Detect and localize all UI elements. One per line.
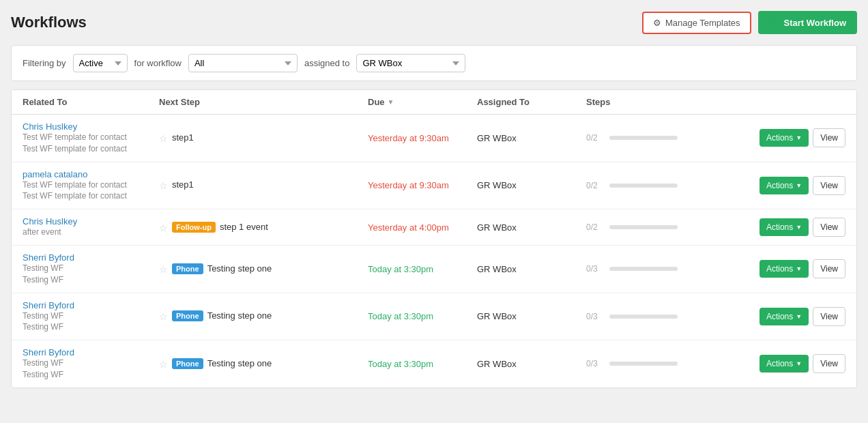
filtering-by-label: Filtering by <box>23 58 66 68</box>
assigned-to-cell: GR WBox <box>477 222 586 233</box>
table-row: Sherri ByfordTesting WFTesting WF☆PhoneT… <box>12 246 856 293</box>
assigned-to-label: assigned to <box>304 58 350 68</box>
actions-button[interactable]: Actions ▼ <box>760 308 809 325</box>
contact-name-link[interactable]: Chris Huslkey <box>23 121 159 132</box>
contact-name-link[interactable]: Sherri Byford <box>23 252 159 263</box>
due-cell: Yesterday at 4:00pm <box>368 222 477 233</box>
table-row: Sherri ByfordTesting WFTesting WF☆PhoneT… <box>12 293 856 341</box>
star-icon[interactable]: ☆ <box>159 311 168 322</box>
due-cell: Today at 3:30pm <box>368 359 477 369</box>
sub-text: Test WF template for contact <box>23 143 159 155</box>
assigned-to-cell: GR WBox <box>477 180 586 190</box>
sub-text: after event <box>23 227 159 238</box>
sub-text: Testing WF <box>23 358 159 369</box>
steps-cell: 0/3 <box>586 359 723 368</box>
assigned-to-cell: GR WBox <box>477 133 586 143</box>
next-step-cell: ☆PhoneTesting step one <box>159 310 368 322</box>
next-step-cell: ☆step1 <box>159 179 368 191</box>
star-icon[interactable]: ☆ <box>159 133 168 144</box>
sub-text: Test WF template for contact <box>23 179 159 191</box>
col-steps: Steps <box>586 97 723 107</box>
star-icon[interactable]: ☆ <box>159 222 168 233</box>
row-actions-cell: Actions ▼View <box>723 354 845 373</box>
actions-button[interactable]: Actions ▼ <box>760 177 809 194</box>
steps-counter: 0/3 <box>586 264 604 274</box>
next-step-text: Testing step one <box>207 358 272 368</box>
col-actions <box>723 97 845 107</box>
contact-name-link[interactable]: Sherri Byford <box>23 300 159 310</box>
actions-button[interactable]: Actions ▼ <box>760 218 809 236</box>
steps-cell: 0/3 <box>586 264 723 274</box>
progress-bar <box>609 362 678 366</box>
chevron-down-icon: ▼ <box>796 313 802 320</box>
assigned-to-filter-select[interactable]: GR WBox <box>356 54 465 72</box>
table-row: Chris Huslkeyafter event☆Follow-upstep 1… <box>12 209 856 246</box>
next-step-text: step 1 event <box>220 222 268 232</box>
workflow-filter-select[interactable]: All <box>188 54 298 72</box>
steps-cell: 0/3 <box>586 312 723 321</box>
next-step-text: Testing step one <box>207 310 272 321</box>
row-actions-cell: Actions ▼View <box>723 218 845 237</box>
table-row: Chris HuslkeyTest WF template for contac… <box>12 115 856 162</box>
sub-text: Testing WF <box>23 310 159 322</box>
sub-text: Test WF template for contact <box>23 190 159 202</box>
due-cell: Today at 3:30pm <box>368 264 477 274</box>
start-workflow-button[interactable]: + Start Workflow <box>758 11 858 34</box>
assigned-to-cell: GR WBox <box>477 264 586 274</box>
col-due[interactable]: Due ▼ <box>368 97 477 107</box>
view-button[interactable]: View <box>813 307 845 326</box>
steps-counter: 0/2 <box>586 181 604 190</box>
step-badge: Follow-up <box>172 222 216 233</box>
table-row: Sherri ByfordTesting WFTesting WF☆PhoneT… <box>12 340 856 388</box>
chevron-down-icon: ▼ <box>796 360 802 367</box>
view-button[interactable]: View <box>813 128 845 147</box>
sub-text: Testing WF <box>23 321 159 333</box>
star-icon[interactable]: ☆ <box>159 359 168 370</box>
view-button[interactable]: View <box>813 176 845 195</box>
status-filter-select[interactable]: Active Inactive All <box>73 54 128 72</box>
actions-button[interactable]: Actions ▼ <box>760 260 809 278</box>
row-actions-cell: Actions ▼View <box>723 176 845 195</box>
plus-circle-icon: + <box>769 17 780 28</box>
manage-templates-button[interactable]: ⚙ Manage Templates <box>642 12 751 34</box>
view-button[interactable]: View <box>813 354 845 373</box>
actions-button[interactable]: Actions ▼ <box>760 355 809 373</box>
chevron-down-icon: ▼ <box>796 134 802 141</box>
table-body: Chris HuslkeyTest WF template for contac… <box>12 115 856 388</box>
view-button[interactable]: View <box>813 218 845 237</box>
sub-text: Testing WF <box>23 369 159 381</box>
assigned-to-cell: GR WBox <box>477 359 586 369</box>
progress-bar <box>609 184 678 188</box>
sub-text: Testing WF <box>23 263 159 274</box>
page-header: Workflows ⚙ Manage Templates + Start Wor… <box>11 11 857 34</box>
steps-cell: 0/2 <box>586 222 723 232</box>
due-cell: Today at 3:30pm <box>368 311 477 321</box>
star-icon[interactable]: ☆ <box>159 180 168 191</box>
steps-counter: 0/3 <box>586 359 604 368</box>
step-badge: Phone <box>172 263 203 274</box>
chevron-down-icon: ▼ <box>796 224 802 231</box>
contact-name-link[interactable]: Chris Huslkey <box>23 216 159 227</box>
next-step-text: step1 <box>172 179 194 190</box>
contact-name-link[interactable]: pamela catalano <box>23 169 159 179</box>
related-to-cell: Chris Huslkeyafter event <box>23 216 159 238</box>
steps-counter: 0/2 <box>586 133 604 143</box>
start-workflow-label: Start Workflow <box>784 18 847 28</box>
col-next-step: Next Step <box>159 97 368 107</box>
next-step-cell: ☆step1 <box>159 132 368 144</box>
related-to-cell: pamela catalanoTest WF template for cont… <box>23 169 159 203</box>
steps-counter: 0/3 <box>586 312 604 321</box>
page-title: Workflows <box>11 14 87 31</box>
actions-button[interactable]: Actions ▼ <box>760 129 809 147</box>
row-actions-cell: Actions ▼View <box>723 128 845 147</box>
progress-bar <box>609 136 678 140</box>
workflows-table: Related To Next Step Due ▼ Assigned To S… <box>11 89 857 388</box>
star-icon[interactable]: ☆ <box>159 264 168 275</box>
table-header: Related To Next Step Due ▼ Assigned To S… <box>12 90 856 115</box>
next-step-text: step1 <box>172 132 194 143</box>
view-button[interactable]: View <box>813 259 845 278</box>
for-workflow-label: for workflow <box>134 58 182 68</box>
step-badge: Phone <box>172 358 203 369</box>
table-row: pamela catalanoTest WF template for cont… <box>12 162 856 210</box>
contact-name-link[interactable]: Sherri Byford <box>23 347 159 358</box>
